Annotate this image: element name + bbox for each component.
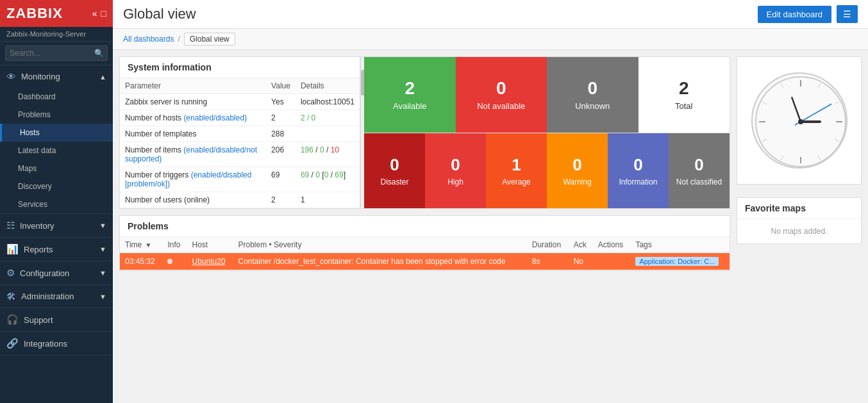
- server-name: Zabbix-Monitoring-Server: [0, 27, 113, 42]
- clock-widget: [737, 56, 862, 185]
- collapse-icon[interactable]: «: [92, 8, 97, 19]
- breadcrumb-current: Global view: [184, 33, 235, 45]
- expand-icon[interactable]: □: [101, 8, 106, 19]
- sidebar-item-configuration[interactable]: ⚙ Configuration ▼: [0, 261, 113, 284]
- sev-warning[interactable]: 0 Warning: [547, 133, 608, 209]
- dashboard-label: Dashboard: [18, 92, 56, 101]
- breadcrumb-all-dashboards[interactable]: All dashboards: [123, 35, 174, 44]
- warning-label: Warning: [563, 177, 591, 186]
- inventory-label: Inventory: [20, 221, 54, 231]
- unknown-count: 0: [587, 78, 597, 99]
- system-info-table: Parameter Value Details Zabbix server is…: [120, 78, 360, 208]
- maps-label: Maps: [18, 164, 37, 173]
- sev-high[interactable]: 0 High: [425, 133, 486, 209]
- average-count: 1: [512, 155, 521, 175]
- configuration-label: Configuration: [20, 268, 69, 278]
- problem-ack: No: [569, 253, 593, 270]
- sev-average[interactable]: 1 Average: [486, 133, 547, 209]
- stat-not-available[interactable]: 0 Not available: [456, 57, 547, 133]
- value-cell: 2: [266, 192, 296, 208]
- sidebar-item-integrations[interactable]: 🔗 Integrations: [0, 332, 113, 355]
- stat-total[interactable]: 2 Total: [638, 57, 730, 133]
- favorite-maps-title: Favorite maps: [737, 198, 861, 219]
- system-info-title: System information: [120, 57, 360, 78]
- problem-actions: [593, 253, 631, 270]
- monitoring-section: 👁 Monitoring ▲ Dashboard Problems Hosts …: [0, 65, 113, 214]
- configuration-section: ⚙ Configuration ▼: [0, 261, 113, 285]
- total-count: 2: [679, 78, 689, 99]
- sidebar-item-problems[interactable]: Problems: [0, 106, 113, 124]
- value-cell: 2: [266, 110, 296, 126]
- average-label: Average: [502, 177, 530, 186]
- support-section: 🎧 Support: [0, 308, 113, 332]
- config-icon: ⚙: [6, 267, 15, 279]
- discovery-label: Discovery: [18, 182, 52, 191]
- sev-information[interactable]: 0 Information: [608, 133, 669, 209]
- administration-section: 🛠 Administration ▼: [0, 285, 113, 308]
- search-input[interactable]: [5, 45, 108, 61]
- eye-icon: 👁: [6, 71, 16, 82]
- stats-panel: 2 Available 0 Not available 0 Unknown: [364, 57, 730, 208]
- sidebar-item-support[interactable]: 🎧 Support: [0, 308, 113, 331]
- support-label: Support: [24, 315, 53, 325]
- dashboard-content: System information Parameter Value Detai…: [113, 50, 868, 403]
- disaster-count: 0: [390, 155, 399, 175]
- clock-svg: [753, 74, 849, 170]
- menu-button[interactable]: ☰: [837, 5, 858, 23]
- chevron-down-icon-3: ▼: [99, 269, 106, 277]
- problems-title: Problems: [120, 216, 730, 237]
- problem-description[interactable]: Container /docker_test_container: Contai…: [233, 253, 527, 270]
- sidebar-item-latest-data[interactable]: Latest data: [0, 142, 113, 160]
- hosts-label: Hosts: [20, 128, 40, 137]
- stat-available[interactable]: 2 Available: [364, 57, 456, 133]
- param-cell: Number of items (enabled/disabled/not su…: [120, 142, 266, 167]
- reports-section: 📊 Reports ▼: [0, 238, 113, 261]
- col-ack: Ack: [569, 237, 593, 253]
- search-icon: 🔍: [94, 49, 104, 58]
- disaster-label: Disaster: [380, 177, 408, 186]
- sev-disaster[interactable]: 0 Disaster: [364, 133, 425, 209]
- svg-line-8: [818, 156, 821, 160]
- sidebar-logo: ZABBIX « □: [0, 0, 113, 27]
- top-bar: Global view Edit dashboard ☰: [113, 0, 868, 29]
- svg-line-7: [835, 139, 839, 142]
- svg-line-11: [762, 102, 767, 104]
- table-row: Number of templates 288: [120, 126, 360, 142]
- details-cell: localhost:10051: [296, 94, 360, 110]
- sidebar-item-hosts[interactable]: Hosts: [0, 124, 113, 142]
- reports-label: Reports: [24, 245, 53, 254]
- latest-data-label: Latest data: [18, 146, 56, 155]
- sidebar-item-discovery[interactable]: Discovery: [0, 177, 113, 195]
- sidebar-item-dashboard[interactable]: Dashboard: [0, 88, 113, 106]
- problem-time: 03:45:32: [120, 253, 162, 270]
- problems-table: Time ▼ Info Host Problem • Severity Dura…: [120, 237, 730, 270]
- svg-line-6: [835, 102, 839, 104]
- main-area: Global view Edit dashboard ☰ All dashboa…: [113, 0, 868, 403]
- sidebar-item-maps[interactable]: Maps: [0, 160, 113, 177]
- param-cell: Number of hosts (enabled/disabled): [120, 110, 266, 126]
- unknown-label: Unknown: [575, 101, 610, 111]
- sidebar-item-monitoring[interactable]: 👁 Monitoring ▲: [0, 65, 113, 88]
- not-classified-count: 0: [694, 155, 703, 175]
- sidebar-item-inventory[interactable]: ☷ Inventory ▼: [0, 214, 113, 237]
- tag-badge[interactable]: Application: Docker: C...: [635, 257, 719, 266]
- sidebar-item-administration[interactable]: 🛠 Administration ▼: [0, 285, 113, 308]
- problem-info: [162, 253, 187, 270]
- sev-not-classified[interactable]: 0 Not classified: [669, 133, 730, 209]
- top-bar-actions: Edit dashboard ☰: [758, 5, 858, 23]
- services-label: Services: [18, 200, 47, 209]
- breadcrumb-separator: /: [178, 35, 179, 44]
- chevron-down-icon: ▼: [99, 222, 106, 229]
- col-duration: Duration: [527, 237, 569, 253]
- sidebar-item-reports[interactable]: 📊 Reports ▼: [0, 238, 113, 261]
- param-cell: Number of templates: [120, 126, 266, 142]
- edit-dashboard-button[interactable]: Edit dashboard: [758, 6, 831, 23]
- problem-host[interactable]: Ubuntu20: [187, 253, 233, 270]
- sidebar-item-services[interactable]: Services: [0, 195, 113, 213]
- admin-icon: 🛠: [6, 291, 16, 302]
- stat-unknown[interactable]: 0 Unknown: [547, 57, 638, 133]
- available-label: Available: [393, 101, 427, 111]
- col-value: Value: [266, 78, 296, 94]
- available-count: 2: [405, 78, 415, 99]
- chevron-up-icon: ▲: [99, 73, 106, 81]
